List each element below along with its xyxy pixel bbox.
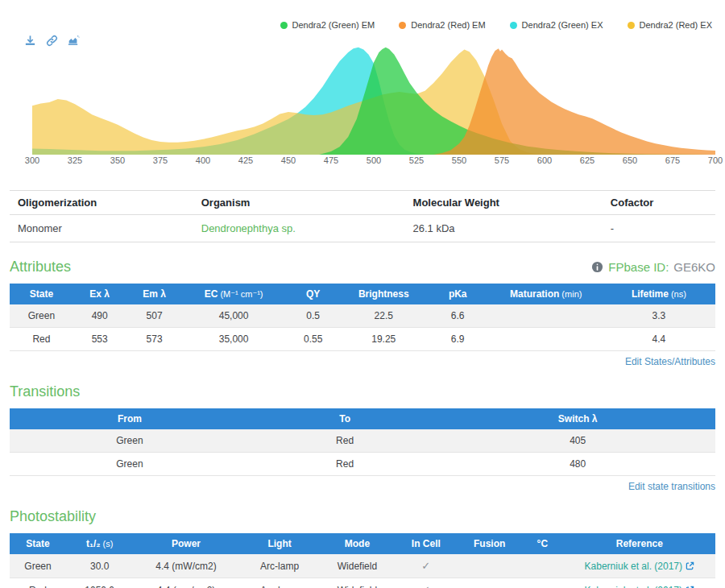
table-cell: Green [10, 453, 250, 476]
chart-legend: Dendra2 (Green) EMDendra2 (Red) EMDendra… [280, 20, 712, 30]
column-header: State [10, 284, 73, 304]
table-cell: 0.5 [285, 304, 342, 328]
legend-label: Dendra2 (Green) EM [292, 20, 375, 30]
attributes-table: StateEx λEm λEC (M⁻¹ cm⁻¹)QYBrightnesspK… [10, 284, 715, 351]
table-cell: 490 [73, 304, 126, 328]
table-cell: Red [10, 578, 66, 588]
external-link-icon [686, 561, 694, 570]
new-chart-button[interactable] [68, 34, 81, 47]
protein-page: Dendra2 (Green) EMDendra2 (Red) EMDendra… [0, 0, 725, 588]
table-cell: 1050.0 [66, 578, 133, 588]
legend-item[interactable]: Dendra2 (Green) EX [510, 20, 603, 30]
column-header: Light [239, 533, 321, 554]
table-cell: 3.3 [603, 304, 715, 328]
table-cell: Kaberniuk et al. (2017) [564, 578, 715, 588]
transitions-section-title: Transitions [10, 383, 80, 400]
table-row: Red1050.04.4 (mw/cm2)Arc-lampWidefield✓K… [10, 578, 715, 588]
attributes-header-row: StateEx λEm λEC (M⁻¹ cm⁻¹)QYBrightnesspK… [10, 284, 715, 304]
legend-label: Dendra2 (Red) EX [640, 20, 713, 30]
photostability-section-title: Photostability [10, 508, 96, 525]
spectra-plot-area[interactable] [32, 43, 715, 155]
table-cell: 507 [126, 304, 183, 328]
column-header: Brightness [342, 284, 426, 304]
x-tick-label: 575 [495, 155, 509, 165]
organism-header: Organism [193, 191, 405, 215]
table-cell: 6.9 [426, 328, 490, 351]
attributes-section-title: Attributes [10, 259, 71, 275]
table-cell: Widefield [320, 554, 394, 578]
table-cell: Green [10, 429, 250, 453]
edit-states-link[interactable]: Edit States/Attributes [625, 356, 715, 367]
chart-add-icon [68, 35, 81, 47]
x-tick-label: 425 [238, 155, 253, 165]
legend-dot [399, 22, 406, 29]
transitions-table: FromToSwitch λ GreenRed405GreenRed480 [10, 408, 715, 476]
chart-toolbar [24, 34, 81, 47]
table-cell [490, 328, 603, 351]
x-tick-label: 325 [68, 155, 82, 165]
x-tick-label: 350 [110, 155, 125, 165]
column-header: Reference [564, 533, 715, 554]
organism-link[interactable]: Dendronephthya sp. [201, 222, 296, 234]
fpbase-id-value: GE6KO [673, 260, 715, 274]
info-icon[interactable] [591, 261, 603, 273]
column-header: Ex λ [73, 284, 126, 304]
table-cell: 4.4 [603, 328, 715, 351]
table-cell: ✓ [394, 578, 458, 588]
x-tick-label: 550 [452, 155, 466, 165]
column-header: °C [521, 533, 564, 554]
table-row: Green30.04.4 (mW/cm2)Arc-lampWidefield✓K… [10, 554, 715, 578]
download-icon [24, 35, 37, 47]
fpbase-id: FPbase ID: GE6KO [591, 260, 715, 274]
x-tick-label: 500 [367, 155, 381, 165]
column-header: pKa [426, 284, 490, 304]
x-tick-label: 650 [623, 155, 637, 165]
table-cell: 573 [126, 328, 183, 351]
column-header: Maturation (min) [490, 284, 603, 304]
legend-label: Dendra2 (Green) EX [522, 20, 603, 30]
table-cell: Red [250, 429, 441, 453]
table-cell: 6.6 [426, 304, 490, 328]
edit-transitions-link[interactable]: Edit state transitions [628, 481, 715, 492]
column-header: Em λ [126, 284, 183, 304]
table-cell: 553 [73, 328, 126, 351]
x-tick-label: 450 [281, 155, 296, 165]
protein-info-table: Oligomerization Organism Molecular Weigh… [10, 190, 715, 242]
column-header: In Cell [394, 533, 458, 554]
table-cell [490, 304, 603, 328]
table-cell: 35,000 [183, 328, 285, 351]
table-cell: 45,000 [183, 304, 285, 328]
table-row: Monomer Dendronephthya sp. 26.1 kDa - [10, 215, 715, 242]
table-cell [521, 578, 564, 588]
table-row: Red55357335,0000.5519.256.94.4 [10, 328, 715, 351]
table-cell [458, 554, 521, 578]
copy-link-button[interactable] [46, 34, 59, 47]
legend-item[interactable]: Dendra2 (Red) EX [628, 20, 713, 30]
legend-item[interactable]: Dendra2 (Red) EM [399, 20, 485, 30]
x-tick-label: 375 [153, 155, 168, 165]
reference-link[interactable]: Kaberniuk et al. (2017) [585, 561, 682, 572]
table-row: GreenRed405 [10, 429, 715, 453]
column-header: t₁/₂ (s) [66, 533, 133, 554]
table-cell [521, 554, 564, 578]
legend-label: Dendra2 (Red) EM [411, 20, 485, 30]
table-cell: Red [10, 328, 73, 351]
legend-item[interactable]: Dendra2 (Green) EM [280, 20, 375, 30]
table-cell: Kaberniuk et al. (2017) [564, 554, 715, 578]
column-header: State [10, 533, 66, 554]
oligomerization-header: Oligomerization [10, 191, 193, 215]
column-header: Mode [320, 533, 394, 554]
table-cell: Widefield [320, 578, 394, 588]
oligomerization-value: Monomer [10, 215, 193, 242]
x-tick-label: 475 [324, 155, 338, 165]
reference-link[interactable]: Kaberniuk et al. (2017) [585, 585, 682, 588]
table-row: Green49050745,0000.522.56.63.3 [10, 304, 715, 328]
photostability-header-row: Statet₁/₂ (s)PowerLightModeIn CellFusion… [10, 533, 715, 554]
download-chart-button[interactable] [24, 34, 37, 47]
x-tick-label: 400 [196, 155, 210, 165]
table-cell: 30.0 [66, 554, 133, 578]
column-header: Power [133, 533, 238, 554]
table-cell: 4.4 (mW/cm2) [133, 554, 238, 578]
table-cell: 19.25 [342, 328, 426, 351]
cofactor-value: - [603, 215, 715, 242]
